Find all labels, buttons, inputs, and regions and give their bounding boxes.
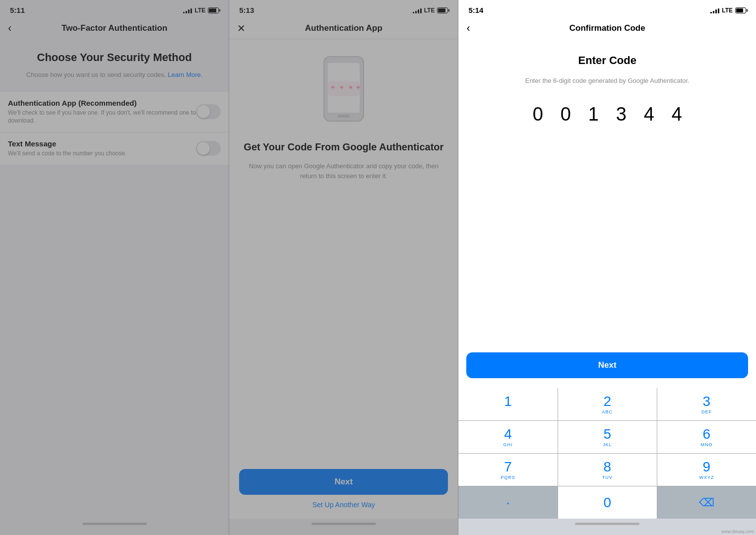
backspace-icon: ⌫: [699, 496, 714, 509]
digit-6: 4: [667, 104, 687, 125]
svg-rect-7: [328, 81, 360, 96]
screen-auth-app: 5:13 LTE ✕ Authentication App: [229, 0, 458, 535]
key-8[interactable]: 8 TUV: [558, 454, 657, 486]
key-backspace[interactable]: ⌫: [657, 486, 756, 519]
signal-icon-2: [413, 7, 422, 13]
back-button-3[interactable]: ‹: [466, 22, 470, 35]
battery-icon-2: [437, 7, 448, 13]
step-title-2: Get Your Code From Google Authenticator: [244, 140, 443, 153]
options-list: Authentication App (Recommended) We'll c…: [0, 92, 229, 165]
learn-more-link[interactable]: Learn More.: [168, 71, 202, 78]
key-6[interactable]: 6 MNO: [657, 421, 756, 453]
enter-code-desc: Enter the 6-digit code generated by Goog…: [525, 76, 690, 86]
home-indicator-3: [458, 519, 756, 535]
key-2[interactable]: 2 ABC: [558, 388, 657, 420]
home-indicator-1: [0, 519, 229, 535]
time-3: 5:14: [468, 6, 483, 14]
main-heading-1: Choose Your Security Method: [0, 39, 229, 70]
toggle-text-message[interactable]: [196, 141, 221, 156]
option-auth-app-title: Authentication App (Recommended): [8, 99, 196, 107]
status-bar-1: 5:11 LTE: [0, 0, 229, 17]
key-3[interactable]: 3 DEF: [657, 388, 756, 420]
screen-two-factor: 5:11 LTE ‹ Two-Factor Authentication Cho…: [0, 0, 229, 535]
phone-illustration: ✦ ✦ ✦ ✦: [314, 54, 374, 131]
screen-confirmation-code: 5:14 LTE ‹ Confirmation Code Enter Code …: [458, 0, 756, 535]
screen-content-3: Enter Code Enter the 6-digit code genera…: [458, 39, 756, 347]
digit-2: 0: [556, 104, 575, 125]
lte-label-3: LTE: [722, 7, 733, 14]
digit-5: 4: [639, 104, 659, 125]
nav-header-3: ‹ Confirmation Code: [458, 17, 756, 39]
nav-header-2: ✕ Authentication App: [229, 17, 458, 39]
nav-title-2: Authentication App: [305, 23, 382, 33]
option-auth-app[interactable]: Authentication App (Recommended) We'll c…: [0, 92, 229, 133]
watermark: www.deuaq.com: [721, 529, 754, 534]
time-2: 5:13: [239, 6, 254, 14]
nav-title-1: Two-Factor Authentication: [62, 23, 167, 33]
next-button-3[interactable]: Next: [466, 352, 748, 378]
option-text-message[interactable]: Text Message We'll send a code to the nu…: [0, 133, 229, 165]
signal-icon-3: [710, 7, 719, 13]
battery-icon-3: [735, 7, 746, 13]
digit-3: 1: [583, 104, 603, 125]
status-icons-2: LTE: [413, 7, 448, 14]
toggle-auth-app[interactable]: [196, 104, 221, 119]
option-text-title: Text Message: [8, 139, 196, 148]
key-1[interactable]: 1: [458, 388, 557, 420]
next-button-2[interactable]: Next: [239, 469, 448, 495]
battery-icon-1: [208, 7, 219, 13]
key-9[interactable]: 9 WXYZ: [657, 454, 756, 486]
panel3-footer: Next: [458, 347, 756, 388]
key-5[interactable]: 5 JKL: [558, 421, 657, 453]
status-bar-3: 5:14 LTE: [458, 0, 756, 17]
key-0[interactable]: 0: [558, 486, 657, 519]
key-7[interactable]: 7 PQRS: [458, 454, 557, 486]
home-indicator-2: [229, 519, 458, 535]
numeric-keypad: 1 2 ABC 3 DEF 4 GHI 5 JKL 6 MNO 7 PQRS: [458, 388, 756, 519]
signal-icon-1: [183, 7, 192, 13]
sub-heading-1: Choose how you want us to send security …: [0, 70, 229, 92]
lte-label-2: LTE: [424, 7, 435, 14]
screen-content-2: ✦ ✦ ✦ ✦ Get Your Code From Google Authen…: [229, 39, 458, 461]
code-digits-display: 0 0 1 3 4 4: [528, 104, 687, 125]
setup-another-link[interactable]: Set Up Another Way: [239, 495, 448, 515]
status-bar-2: 5:13 LTE: [229, 0, 458, 17]
nav-title-3: Confirmation Code: [569, 23, 645, 33]
close-button-2[interactable]: ✕: [237, 22, 246, 34]
panel2-footer: Next Set Up Another Way: [229, 461, 458, 519]
key-4[interactable]: 4 GHI: [458, 421, 557, 453]
screen-content-1: Choose Your Security Method Choose how y…: [0, 39, 229, 519]
svg-rect-2: [338, 115, 350, 118]
key-empty: ·: [458, 486, 557, 519]
option-auth-app-desc: We'll check to see if you have one. If y…: [8, 109, 196, 126]
status-icons-1: LTE: [183, 7, 219, 14]
back-button-1[interactable]: ‹: [8, 22, 11, 35]
step-desc-2: Now you can open Google Authenticator an…: [241, 161, 446, 181]
time-1: 5:11: [10, 6, 25, 14]
digit-4: 3: [611, 104, 631, 125]
nav-header-1: ‹ Two-Factor Authentication: [0, 17, 229, 39]
enter-code-title: Enter Code: [578, 54, 636, 67]
lte-label-1: LTE: [194, 7, 205, 14]
status-icons-3: LTE: [710, 7, 746, 14]
digit-1: 0: [528, 104, 548, 125]
option-text-desc: We'll send a code to the number you choo…: [8, 149, 196, 158]
